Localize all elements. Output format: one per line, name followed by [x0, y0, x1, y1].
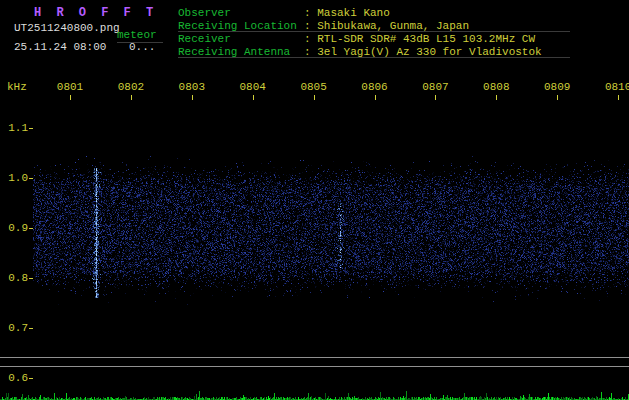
station-info-value: : RTL-SDR SDR# 43dB L15 103.2MHz CW [304, 33, 535, 45]
signal-level-trace [0, 384, 629, 400]
time-tick-label: 0801 [55, 81, 85, 93]
time-tick-label: 0809 [542, 81, 572, 93]
station-info-label: Receiving Antenna [178, 46, 304, 58]
time-tick-label: 0810 [603, 81, 629, 93]
freq-tick-label: 0.8 [4, 272, 28, 284]
level-reference-line-upper [0, 357, 629, 358]
time-tick-label: 0804 [238, 81, 268, 93]
station-info-row: Receiving Location: Shibukawa, Gunma, Ja… [178, 19, 570, 32]
freq-tick-label: 0.6 [4, 372, 28, 384]
level-reference-line-lower [0, 366, 629, 367]
app-title: H R O F F T [34, 6, 157, 20]
time-tick-label: 0807 [420, 81, 450, 93]
freq-tick-label: 0.7 [4, 322, 28, 334]
time-tick-label: 0802 [116, 81, 146, 93]
output-filename: UT2511240800.png [14, 22, 120, 34]
station-info-value: : Masaki Kano [304, 7, 390, 19]
station-info-value: : Shibukawa, Gunma, Japan [304, 20, 469, 32]
time-tick-label: 0803 [177, 81, 207, 93]
echo-counter: 0... [129, 41, 155, 53]
observation-datetime: 25.11.24 08:00 [14, 41, 106, 53]
station-info-value: : 3el Yagi(V) Az 330 for Vladivostok [304, 46, 542, 58]
freq-tick-label: 1.0 [4, 172, 28, 184]
hrofft-output: H R O F F T UT2511240800.png meteor 25.1… [0, 0, 629, 400]
station-info-row: Observer: Masaki Kano [178, 6, 570, 19]
station-info: Observer: Masaki KanoReceiving Location:… [178, 6, 570, 58]
freq-tick-label: 1.1 [4, 122, 28, 134]
station-info-label: Observer [178, 7, 304, 19]
time-tick-label: 0806 [360, 81, 390, 93]
freq-axis-unit: kHz [7, 81, 27, 93]
station-info-row: Receiving Antenna: 3el Yagi(V) Az 330 fo… [178, 45, 570, 58]
freq-tick-label: 0.9 [4, 222, 28, 234]
spectrogram-canvas [33, 100, 629, 350]
freq-tick-mark [29, 378, 33, 379]
time-tick-label: 0808 [481, 81, 511, 93]
station-info-row: Receiver: RTL-SDR SDR# 43dB L15 103.2MHz… [178, 32, 570, 45]
time-tick-label: 0805 [299, 81, 329, 93]
station-info-label: Receiver [178, 33, 304, 45]
station-info-label: Receiving Location [178, 20, 304, 32]
